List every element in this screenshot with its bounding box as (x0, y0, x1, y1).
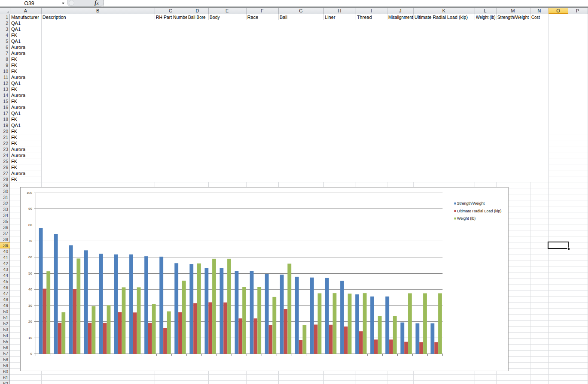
svg-text:20: 20 (28, 320, 32, 324)
svg-text:60: 60 (28, 255, 32, 259)
svg-text:0: 0 (30, 352, 33, 356)
svg-text:80: 80 (28, 223, 32, 227)
svg-text:Ultimate Radial Load (kip): Ultimate Radial Load (kip) (457, 209, 502, 213)
svg-text:40: 40 (28, 287, 32, 291)
svg-text:Strength/Weight: Strength/Weight (457, 201, 485, 206)
svg-text:70: 70 (28, 239, 32, 243)
svg-text:50: 50 (28, 272, 32, 275)
svg-text:Weight (lb): Weight (lb) (457, 216, 475, 221)
svg-text:30: 30 (28, 304, 32, 308)
svg-text:10: 10 (28, 336, 32, 340)
svg-text:90: 90 (28, 207, 32, 211)
svg-text:100: 100 (27, 191, 33, 195)
